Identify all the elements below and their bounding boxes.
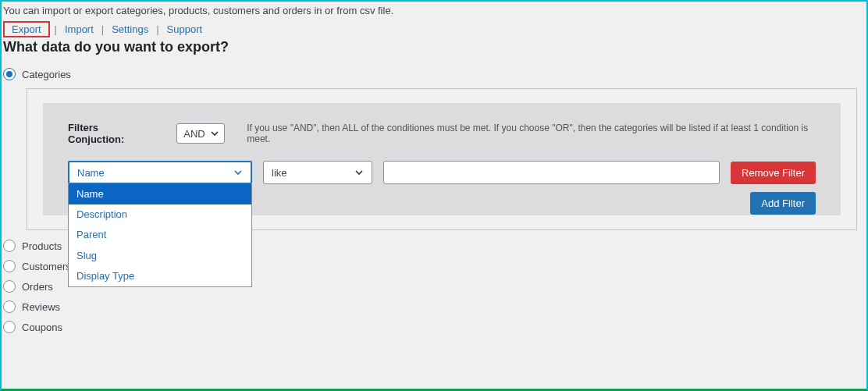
radio-customers-label: Customers bbox=[22, 261, 71, 272]
field-dropdown: Name Description Parent Slug Display Typ… bbox=[68, 184, 252, 287]
radio-products-label: Products bbox=[22, 240, 62, 252]
radio-orders[interactable] bbox=[3, 280, 16, 293]
field-option-parent[interactable]: Parent bbox=[69, 225, 251, 245]
radio-categories-label: Categories bbox=[22, 69, 71, 80]
radio-products[interactable] bbox=[3, 240, 16, 252]
filter-panel: Filters Conjuction: AND If you use "AND"… bbox=[27, 88, 857, 230]
filter-inner: Filters Conjuction: AND If you use "AND"… bbox=[43, 103, 841, 215]
chevron-down-icon bbox=[354, 168, 364, 177]
conjuction-value: AND bbox=[183, 128, 205, 140]
tabs-nav: Export | Import | Settings | Support bbox=[3, 21, 865, 37]
conjuction-label: Filters Conjuction: bbox=[68, 122, 155, 145]
operator-select[interactable]: like bbox=[263, 161, 372, 184]
field-select[interactable]: Name Name Description Parent Slug Displa… bbox=[68, 161, 252, 184]
remove-filter-button[interactable]: Remove Filter bbox=[731, 162, 816, 184]
conjuction-hint: If you use "AND", then ALL of the condit… bbox=[247, 123, 816, 144]
chevron-down-icon bbox=[210, 129, 219, 138]
conjuction-select[interactable]: AND bbox=[176, 123, 225, 144]
page-title: What data do you want to export? bbox=[3, 39, 865, 55]
field-option-slug[interactable]: Slug bbox=[69, 246, 251, 266]
tab-export[interactable]: Export bbox=[9, 23, 44, 36]
radio-reviews-label: Reviews bbox=[22, 301, 60, 313]
field-option-name[interactable]: Name bbox=[69, 184, 251, 204]
field-option-display-type[interactable]: Display Type bbox=[69, 266, 251, 286]
tabs-sep: | bbox=[55, 23, 57, 35]
tab-settings[interactable]: Settings bbox=[108, 23, 151, 36]
field-value: Name bbox=[77, 167, 105, 179]
tab-export-highlight: Export bbox=[3, 21, 50, 37]
radio-coupons[interactable] bbox=[3, 321, 16, 333]
radio-customers[interactable] bbox=[3, 260, 16, 272]
radio-reviews[interactable] bbox=[3, 300, 16, 313]
tabs-sep: | bbox=[156, 23, 158, 35]
radio-orders-label: Orders bbox=[22, 281, 53, 293]
tabs-sep: | bbox=[101, 23, 104, 35]
tab-import[interactable]: Import bbox=[62, 23, 97, 36]
field-option-description[interactable]: Description bbox=[69, 204, 251, 225]
tab-support[interactable]: Support bbox=[164, 23, 206, 36]
chevron-down-icon bbox=[233, 168, 243, 177]
radio-coupons-label: Coupons bbox=[22, 322, 62, 333]
radio-categories[interactable] bbox=[3, 68, 16, 80]
add-filter-button[interactable]: Add Filter bbox=[750, 192, 816, 215]
operator-value: like bbox=[272, 167, 287, 179]
filter-value-input[interactable] bbox=[383, 161, 720, 184]
intro-text: You can import or export categories, pro… bbox=[3, 3, 865, 21]
